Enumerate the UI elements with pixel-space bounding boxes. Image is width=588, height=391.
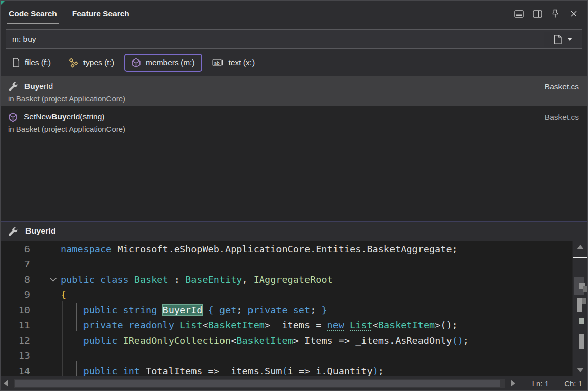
screen-corner-artifact bbox=[1, 1, 5, 5]
close-icon bbox=[570, 10, 577, 17]
result-file: Basket.cs bbox=[545, 113, 579, 122]
svg-text:ab: ab bbox=[214, 60, 220, 66]
scrollbar-mark bbox=[579, 318, 584, 324]
line-number: 14 bbox=[1, 366, 30, 376]
pin-button[interactable] bbox=[550, 8, 561, 19]
scroll-left-button[interactable] bbox=[4, 380, 8, 387]
scroll-up-button[interactable] bbox=[573, 245, 587, 249]
filter-bar: files (f:) types (t:) members (m:) bbox=[1, 49, 587, 76]
search-row bbox=[1, 27, 587, 49]
types-icon bbox=[68, 57, 79, 68]
chevron-down-icon bbox=[567, 38, 572, 41]
cube-icon bbox=[8, 112, 18, 122]
scrollbar-mark bbox=[577, 298, 582, 312]
line-number: 8 bbox=[1, 274, 30, 285]
code-line-8: 8public class Basket : BaseEntity, IAggr… bbox=[1, 272, 571, 287]
wrench-icon bbox=[8, 226, 18, 237]
file-icon bbox=[12, 57, 20, 68]
horizontal-scrollbar-thumb[interactable] bbox=[15, 380, 500, 387]
text-search-icon: ab bbox=[212, 58, 224, 67]
line-number: 9 bbox=[1, 289, 30, 300]
status-column-number: Ch: 1 bbox=[553, 379, 582, 388]
scrollbar-mark bbox=[583, 286, 587, 292]
result-row-buyerid[interactable]: BuyerId in Basket (project ApplicationCo… bbox=[1, 76, 587, 106]
vertical-scrollbar[interactable] bbox=[572, 241, 587, 376]
code-search-window: Code Search Feature Search bbox=[0, 0, 588, 391]
result-location: in Basket (project ApplicationCore) bbox=[8, 94, 580, 103]
triangle-down-icon bbox=[577, 368, 584, 372]
line-number: 6 bbox=[1, 244, 30, 254]
result-row-setnewbuyerid[interactable]: SetNewBuyerId(string) in Basket (project… bbox=[1, 106, 587, 137]
result-title: SetNewBuyerId(string) bbox=[24, 112, 105, 122]
search-scope-dropdown[interactable] bbox=[544, 32, 580, 47]
tab-feature-search-label: Feature Search bbox=[72, 9, 129, 18]
result-location: in Basket (project ApplicationCore) bbox=[8, 125, 580, 133]
line-number: 13 bbox=[1, 350, 30, 361]
tab-code-search-label: Code Search bbox=[9, 9, 57, 18]
code-line-10: 10 public string BuyerId { get; private … bbox=[1, 302, 571, 317]
cube-icon bbox=[131, 58, 141, 68]
dock-side-icon bbox=[533, 10, 542, 18]
filter-types-label: types (t:) bbox=[83, 58, 114, 67]
preview-header: BuyerId bbox=[1, 222, 587, 241]
scrollbar-mark bbox=[582, 298, 586, 304]
scrollbar-mark bbox=[579, 334, 584, 349]
tab-code-search[interactable]: Code Search bbox=[7, 1, 59, 27]
horizontal-scrollbar[interactable] bbox=[14, 379, 505, 388]
code-line-11: 11 private readonly List<BasketItem> _it… bbox=[1, 317, 571, 333]
filter-text[interactable]: ab text (x:) bbox=[205, 54, 262, 71]
scrollbar-caret-mark bbox=[573, 257, 587, 258]
filter-members-label: members (m:) bbox=[146, 58, 194, 67]
code-line-14: 14 public int TotalItems => _items.Sum(i… bbox=[1, 363, 571, 376]
wrench-icon bbox=[8, 81, 18, 92]
results-list: BuyerId in Basket (project ApplicationCo… bbox=[1, 76, 587, 221]
code-line-12: 12 public IReadOnlyCollection<BasketItem… bbox=[1, 333, 571, 348]
line-number: 7 bbox=[1, 259, 30, 269]
preview-title: BuyerId bbox=[25, 227, 56, 236]
filter-members[interactable]: members (m:) bbox=[124, 54, 202, 72]
document-icon bbox=[553, 34, 563, 45]
tab-feature-search[interactable]: Feature Search bbox=[70, 1, 131, 27]
line-number: 11 bbox=[1, 320, 30, 330]
window-controls bbox=[513, 8, 581, 19]
search-box bbox=[6, 29, 582, 49]
tab-bar: Code Search Feature Search bbox=[1, 1, 587, 27]
close-button[interactable] bbox=[568, 8, 579, 19]
filter-files-label: files (f:) bbox=[25, 58, 51, 67]
dock-bottom-icon bbox=[514, 10, 524, 18]
triangle-up-icon bbox=[577, 245, 584, 249]
code-line-13: 13 bbox=[1, 348, 571, 363]
dock-side-button[interactable] bbox=[531, 8, 543, 19]
pin-icon bbox=[552, 9, 559, 18]
scroll-right-button[interactable] bbox=[511, 380, 515, 387]
scroll-down-button[interactable] bbox=[573, 368, 587, 372]
code-editor[interactable]: 6namespace Microsoft.eShopWeb.Applicatio… bbox=[1, 241, 587, 376]
line-number: 12 bbox=[1, 335, 30, 346]
line-number: 10 bbox=[1, 305, 30, 315]
code-line-9: 9{ bbox=[1, 287, 571, 302]
filter-files[interactable]: files (f:) bbox=[5, 53, 58, 72]
status-line-number: Ln: 1 bbox=[519, 379, 549, 388]
collapse-chevron-icon[interactable] bbox=[50, 275, 57, 282]
status-bar: Ln: 1 Ch: 1 bbox=[1, 376, 587, 390]
search-input[interactable] bbox=[6, 35, 544, 44]
filter-types[interactable]: types (t:) bbox=[61, 53, 121, 72]
code-line-6: 6namespace Microsoft.eShopWeb.Applicatio… bbox=[1, 241, 571, 256]
dock-bottom-button[interactable] bbox=[513, 8, 524, 19]
code-line-7: 7 bbox=[1, 256, 571, 272]
result-title: BuyerId bbox=[24, 82, 53, 91]
filter-text-label: text (x:) bbox=[229, 58, 255, 67]
result-file: Basket.cs bbox=[545, 82, 579, 92]
